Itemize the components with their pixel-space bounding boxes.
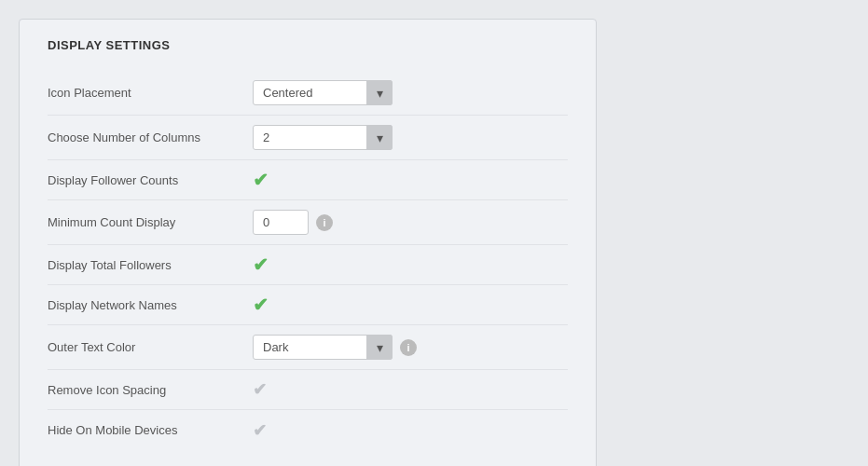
control-minimum-count-display: i [253, 210, 333, 235]
minimum-count-input[interactable] [253, 210, 309, 235]
row-choose-columns: Choose Number of Columns 1 2 3 4 [48, 116, 568, 160]
checkbox-display-network-names[interactable]: ✔ [253, 295, 269, 314]
panel-title: DISPLAY SETTINGS [48, 38, 568, 52]
select-outer-text-color[interactable]: Dark Light [253, 335, 393, 360]
row-outer-text-color: Outer Text Color Dark Light i [48, 325, 568, 370]
info-icon-outer-text-color[interactable]: i [400, 339, 417, 356]
control-outer-text-color: Dark Light i [253, 335, 417, 360]
checkbox-hide-on-mobile[interactable]: ✔ [253, 422, 267, 439]
control-display-total-followers: ✔ [253, 255, 269, 274]
row-icon-placement: Icon Placement Centered Left Right [48, 71, 568, 116]
label-display-follower-counts: Display Follower Counts [48, 173, 253, 187]
row-display-total-followers: Display Total Followers ✔ [48, 245, 568, 285]
row-minimum-count-display: Minimum Count Display i [48, 200, 568, 245]
select-wrapper-outer-text-color[interactable]: Dark Light [253, 335, 393, 360]
label-hide-on-mobile: Hide On Mobile Devices [48, 423, 253, 437]
control-display-network-names: ✔ [253, 295, 269, 314]
checkbox-display-total-followers[interactable]: ✔ [253, 255, 269, 274]
control-display-follower-counts: ✔ [253, 171, 269, 189]
label-choose-columns: Choose Number of Columns [48, 130, 253, 144]
info-icon-minimum-count[interactable]: i [316, 214, 333, 231]
display-settings-panel: DISPLAY SETTINGS Icon Placement Centered… [19, 19, 597, 466]
control-hide-on-mobile: ✔ [253, 422, 267, 439]
control-choose-columns: 1 2 3 4 [253, 125, 393, 150]
row-remove-icon-spacing: Remove Icon Spacing ✔ [48, 370, 568, 410]
select-wrapper-icon-placement[interactable]: Centered Left Right [253, 80, 393, 105]
label-outer-text-color: Outer Text Color [48, 340, 253, 354]
label-remove-icon-spacing: Remove Icon Spacing [48, 383, 253, 397]
row-display-follower-counts: Display Follower Counts ✔ [48, 160, 568, 200]
control-remove-icon-spacing: ✔ [253, 381, 267, 398]
row-display-network-names: Display Network Names ✔ [48, 285, 568, 325]
select-columns[interactable]: 1 2 3 4 [253, 125, 393, 150]
control-icon-placement: Centered Left Right [253, 80, 393, 105]
label-display-network-names: Display Network Names [48, 298, 253, 312]
checkbox-remove-icon-spacing[interactable]: ✔ [253, 381, 267, 398]
label-icon-placement: Icon Placement [48, 86, 253, 100]
row-hide-on-mobile: Hide On Mobile Devices ✔ [48, 410, 568, 450]
label-minimum-count-display: Minimum Count Display [48, 215, 253, 229]
checkbox-display-follower-counts[interactable]: ✔ [253, 171, 269, 189]
select-icon-placement[interactable]: Centered Left Right [253, 80, 393, 105]
select-wrapper-columns[interactable]: 1 2 3 4 [253, 125, 393, 150]
label-display-total-followers: Display Total Followers [48, 258, 253, 272]
